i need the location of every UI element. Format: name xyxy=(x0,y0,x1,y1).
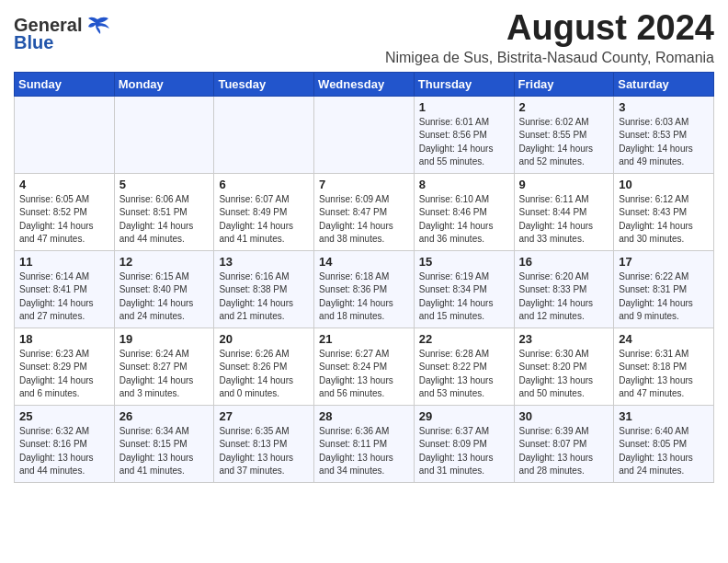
day-number: 27 xyxy=(219,409,309,423)
weekday-header-saturday: Saturday xyxy=(614,72,714,96)
day-info: Sunrise: 6:02 AM Sunset: 8:55 PM Dayligh… xyxy=(519,116,609,169)
day-info: Sunrise: 6:35 AM Sunset: 8:13 PM Dayligh… xyxy=(219,425,309,478)
calendar-cell: 6Sunrise: 6:07 AM Sunset: 8:49 PM Daylig… xyxy=(214,173,314,250)
day-number: 21 xyxy=(319,332,409,346)
weekday-header-tuesday: Tuesday xyxy=(214,72,314,96)
calendar-cell: 7Sunrise: 6:09 AM Sunset: 8:47 PM Daylig… xyxy=(314,173,415,250)
day-info: Sunrise: 6:16 AM Sunset: 8:38 PM Dayligh… xyxy=(219,270,309,324)
calendar-cell: 24Sunrise: 6:31 AM Sunset: 8:18 PM Dayli… xyxy=(614,327,714,405)
day-number: 13 xyxy=(219,255,309,269)
day-info: Sunrise: 6:06 AM Sunset: 8:51 PM Dayligh… xyxy=(119,193,210,247)
day-info: Sunrise: 6:32 AM Sunset: 8:16 PM Dayligh… xyxy=(19,425,109,478)
calendar-cell: 22Sunrise: 6:28 AM Sunset: 8:22 PM Dayli… xyxy=(414,327,514,405)
calendar-cell: 10Sunrise: 6:12 AM Sunset: 8:43 PM Dayli… xyxy=(614,173,714,250)
logo-bird-icon xyxy=(85,16,110,36)
weekday-header-wednesday: Wednesday xyxy=(314,72,415,96)
page-title: August 2024 xyxy=(385,9,714,48)
calendar-cell: 12Sunrise: 6:15 AM Sunset: 8:40 PM Dayli… xyxy=(114,250,214,327)
day-info: Sunrise: 6:18 AM Sunset: 8:36 PM Dayligh… xyxy=(319,270,409,324)
calendar-cell: 21Sunrise: 6:27 AM Sunset: 8:24 PM Dayli… xyxy=(314,327,415,405)
calendar-cell: 17Sunrise: 6:22 AM Sunset: 8:31 PM Dayli… xyxy=(614,250,714,327)
day-number: 26 xyxy=(119,409,210,423)
day-number: 5 xyxy=(119,178,210,191)
day-number: 18 xyxy=(19,332,109,346)
day-number: 10 xyxy=(619,178,709,191)
day-info: Sunrise: 6:03 AM Sunset: 8:53 PM Dayligh… xyxy=(619,116,709,169)
calendar-cell: 25Sunrise: 6:32 AM Sunset: 8:16 PM Dayli… xyxy=(15,405,115,482)
day-info: Sunrise: 6:34 AM Sunset: 8:15 PM Dayligh… xyxy=(119,425,210,478)
calendar-cell: 8Sunrise: 6:10 AM Sunset: 8:46 PM Daylig… xyxy=(414,173,514,250)
day-info: Sunrise: 6:20 AM Sunset: 8:33 PM Dayligh… xyxy=(519,270,609,324)
day-info: Sunrise: 6:01 AM Sunset: 8:56 PM Dayligh… xyxy=(419,116,509,169)
day-info: Sunrise: 6:30 AM Sunset: 8:20 PM Dayligh… xyxy=(519,348,609,401)
calendar-cell: 1Sunrise: 6:01 AM Sunset: 8:56 PM Daylig… xyxy=(414,96,514,173)
calendar-cell: 20Sunrise: 6:26 AM Sunset: 8:26 PM Dayli… xyxy=(214,327,314,405)
day-number: 16 xyxy=(519,255,609,269)
calendar-week-2: 4Sunrise: 6:05 AM Sunset: 8:52 PM Daylig… xyxy=(15,173,714,250)
day-info: Sunrise: 6:31 AM Sunset: 8:18 PM Dayligh… xyxy=(619,348,709,401)
day-info: Sunrise: 6:40 AM Sunset: 8:05 PM Dayligh… xyxy=(619,425,709,478)
calendar-cell: 29Sunrise: 6:37 AM Sunset: 8:09 PM Dayli… xyxy=(414,405,514,482)
calendar-cell xyxy=(314,96,415,173)
calendar-cell: 27Sunrise: 6:35 AM Sunset: 8:13 PM Dayli… xyxy=(214,405,314,482)
header: General Blue August 2024 Nimigea de Sus,… xyxy=(14,9,714,66)
day-info: Sunrise: 6:12 AM Sunset: 8:43 PM Dayligh… xyxy=(619,193,709,247)
calendar-cell: 9Sunrise: 6:11 AM Sunset: 8:44 PM Daylig… xyxy=(514,173,614,250)
calendar-header-row: SundayMondayTuesdayWednesdayThursdayFrid… xyxy=(15,72,714,96)
day-number: 2 xyxy=(519,100,609,114)
day-number: 31 xyxy=(619,409,709,423)
day-number: 28 xyxy=(319,409,409,423)
calendar-cell: 3Sunrise: 6:03 AM Sunset: 8:53 PM Daylig… xyxy=(614,96,714,173)
day-number: 11 xyxy=(19,255,109,269)
logo: General Blue xyxy=(14,15,110,53)
calendar-cell: 5Sunrise: 6:06 AM Sunset: 8:51 PM Daylig… xyxy=(114,173,214,250)
day-info: Sunrise: 6:28 AM Sunset: 8:22 PM Dayligh… xyxy=(419,348,509,401)
calendar-week-3: 11Sunrise: 6:14 AM Sunset: 8:41 PM Dayli… xyxy=(15,250,714,327)
calendar-cell: 15Sunrise: 6:19 AM Sunset: 8:34 PM Dayli… xyxy=(414,250,514,327)
calendar-week-4: 18Sunrise: 6:23 AM Sunset: 8:29 PM Dayli… xyxy=(15,327,714,405)
day-info: Sunrise: 6:37 AM Sunset: 8:09 PM Dayligh… xyxy=(419,425,509,478)
day-info: Sunrise: 6:22 AM Sunset: 8:31 PM Dayligh… xyxy=(619,270,709,324)
calendar-cell: 28Sunrise: 6:36 AM Sunset: 8:11 PM Dayli… xyxy=(314,405,415,482)
day-number: 9 xyxy=(519,178,609,191)
day-number: 17 xyxy=(619,255,709,269)
weekday-header-thursday: Thursday xyxy=(414,72,514,96)
calendar-cell: 18Sunrise: 6:23 AM Sunset: 8:29 PM Dayli… xyxy=(15,327,115,405)
day-info: Sunrise: 6:11 AM Sunset: 8:44 PM Dayligh… xyxy=(519,193,609,247)
calendar-cell: 19Sunrise: 6:24 AM Sunset: 8:27 PM Dayli… xyxy=(114,327,214,405)
calendar-cell: 13Sunrise: 6:16 AM Sunset: 8:38 PM Dayli… xyxy=(214,250,314,327)
calendar-cell: 23Sunrise: 6:30 AM Sunset: 8:20 PM Dayli… xyxy=(514,327,614,405)
day-number: 23 xyxy=(519,332,609,346)
calendar-cell: 31Sunrise: 6:40 AM Sunset: 8:05 PM Dayli… xyxy=(614,405,714,482)
calendar-cell: 4Sunrise: 6:05 AM Sunset: 8:52 PM Daylig… xyxy=(15,173,115,250)
calendar-cell: 30Sunrise: 6:39 AM Sunset: 8:07 PM Dayli… xyxy=(514,405,614,482)
day-number: 4 xyxy=(19,178,109,191)
calendar-week-5: 25Sunrise: 6:32 AM Sunset: 8:16 PM Dayli… xyxy=(15,405,714,482)
calendar-cell xyxy=(214,96,314,173)
calendar-cell xyxy=(15,96,115,173)
weekday-header-monday: Monday xyxy=(114,72,214,96)
calendar-table: SundayMondayTuesdayWednesdayThursdayFrid… xyxy=(14,72,714,483)
logo-blue-text: Blue xyxy=(14,32,53,53)
calendar-cell: 26Sunrise: 6:34 AM Sunset: 8:15 PM Dayli… xyxy=(114,405,214,482)
day-info: Sunrise: 6:24 AM Sunset: 8:27 PM Dayligh… xyxy=(119,348,210,401)
day-number: 3 xyxy=(619,100,709,114)
day-number: 22 xyxy=(419,332,509,346)
calendar-cell xyxy=(114,96,214,173)
day-info: Sunrise: 6:26 AM Sunset: 8:26 PM Dayligh… xyxy=(219,348,309,401)
day-number: 20 xyxy=(219,332,309,346)
day-number: 29 xyxy=(419,409,509,423)
day-info: Sunrise: 6:19 AM Sunset: 8:34 PM Dayligh… xyxy=(419,270,509,324)
day-info: Sunrise: 6:14 AM Sunset: 8:41 PM Dayligh… xyxy=(19,270,109,324)
page-subtitle: Nimigea de Sus, Bistrita-Nasaud County, … xyxy=(385,50,714,66)
calendar-cell: 11Sunrise: 6:14 AM Sunset: 8:41 PM Dayli… xyxy=(15,250,115,327)
day-number: 15 xyxy=(419,255,509,269)
day-info: Sunrise: 6:39 AM Sunset: 8:07 PM Dayligh… xyxy=(519,425,609,478)
day-number: 14 xyxy=(319,255,409,269)
day-info: Sunrise: 6:36 AM Sunset: 8:11 PM Dayligh… xyxy=(319,425,409,478)
day-info: Sunrise: 6:05 AM Sunset: 8:52 PM Dayligh… xyxy=(19,193,109,247)
day-info: Sunrise: 6:10 AM Sunset: 8:46 PM Dayligh… xyxy=(419,193,509,247)
weekday-header-sunday: Sunday xyxy=(15,72,115,96)
day-info: Sunrise: 6:27 AM Sunset: 8:24 PM Dayligh… xyxy=(319,348,409,401)
day-number: 7 xyxy=(319,178,409,191)
